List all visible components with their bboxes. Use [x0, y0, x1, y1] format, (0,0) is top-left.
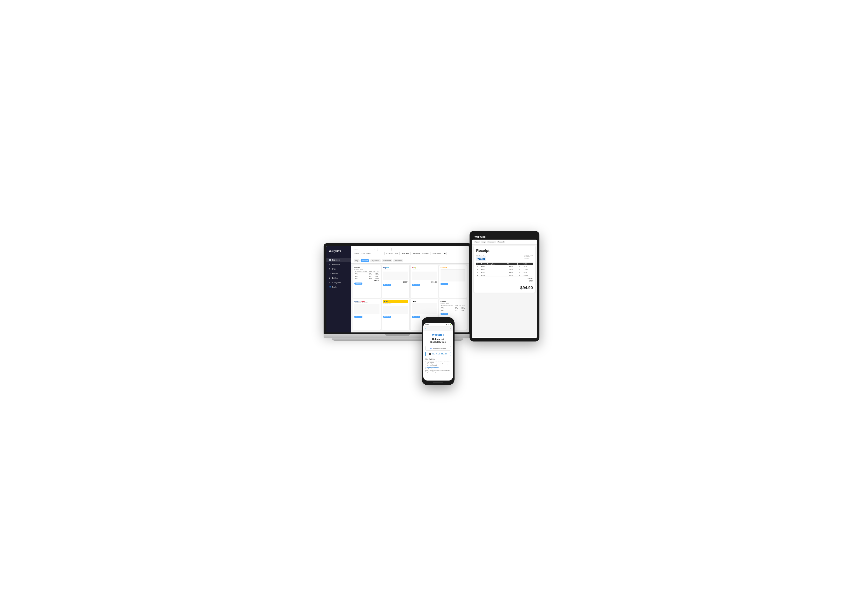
- col-product-desc: Product Description: [480, 262, 506, 265]
- from-label: From: [354, 248, 357, 250]
- phone-time: 10:10: [425, 324, 428, 325]
- item-qty: 1: [373, 277, 375, 279]
- card2-company: COMPANY NAME: [383, 269, 408, 270]
- tablet-filter-bar: Type Any Business Personal: [472, 240, 537, 245]
- sidebar-item-portals[interactable]: ⬡ Portals: [326, 271, 351, 276]
- item-total: $70.00: [375, 274, 379, 276]
- download-button-6[interactable]: Download: [383, 316, 391, 317]
- sidebar-label-expenses: Expenses: [332, 259, 340, 261]
- card1-header: Receipt: [354, 267, 380, 268]
- item-price: $5.00: [369, 272, 373, 274]
- col-qty: QTY: [373, 270, 375, 272]
- receipt-subtotal: Subtotal Taxes Notes:: [476, 278, 533, 282]
- item-price: $5.00: [369, 276, 373, 277]
- filter-chip-type[interactable]: Type: [474, 241, 480, 243]
- receipt-meta: INVOICE TO Walm INVOICE DATE DUE DATE IN…: [476, 255, 533, 261]
- row-price: $10.00: [506, 268, 516, 271]
- phone-content: WellyBox Get startedabsolutely free. G S…: [423, 331, 453, 375]
- col-desc: PRODUCT DESCRIPTION: [441, 305, 455, 306]
- card5-tagline: ADVERTISING SPACE HERE: [354, 302, 380, 303]
- search-icon: 🔍: [425, 328, 427, 329]
- invoice-date-label: INVOICE DATE: [524, 255, 533, 256]
- laptop-notch: [385, 334, 410, 336]
- col-total: TOTAL: [461, 305, 465, 306]
- tablet-device: WellyBox Type Any Business Personal Rece…: [469, 231, 539, 341]
- trust-body: We have 60,000 users from all over the w…: [425, 370, 451, 372]
- signup-office-label: Sign Up with Office 365: [432, 353, 447, 355]
- phone-status-icons: ▲ ▲ 🔋: [446, 324, 451, 325]
- download-button-2[interactable]: Download: [383, 284, 391, 286]
- type-any[interactable]: Any: [394, 252, 400, 255]
- receipt-grand-total: $94.90: [476, 284, 533, 290]
- row-desc: Item 3: [480, 271, 506, 274]
- sidebar-item-profile[interactable]: 👤 Profile: [326, 285, 351, 289]
- sidebar-item-sync[interactable]: ↻ Sync: [326, 267, 351, 271]
- download-button-7[interactable]: Download: [412, 316, 420, 318]
- due-date-label: DUE DATE: [524, 256, 533, 258]
- from-date-input[interactable]: [359, 248, 373, 251]
- tab-any[interactable]: Any: [354, 259, 360, 262]
- type-business[interactable]: Business: [401, 252, 410, 255]
- receipt-card-1: Receipt COMPANY NAME PRODUCT DESCRIPTION…: [353, 265, 381, 298]
- row-num: 4: [476, 274, 480, 277]
- type-personal[interactable]: Personal: [412, 252, 421, 255]
- check-icon-2: ✓: [425, 363, 426, 365]
- col-qty: QTY: [458, 305, 461, 306]
- item-total: $15.00: [375, 277, 379, 279]
- card2-logo: PayPal: [383, 267, 408, 269]
- to-date-input[interactable]: [377, 248, 392, 251]
- menu-icon: ≡: [450, 328, 451, 329]
- sidebar-item-expenses[interactable]: 🧾 Expenses: [326, 258, 351, 262]
- col-price: Price: [506, 262, 516, 265]
- table-row: Item 1 $5.00 1 $4.90: [354, 272, 380, 274]
- receipt-card-5: Booking.com ADVERTISING SPACE HERE Downl…: [353, 299, 381, 330]
- row-desc: Item 1: [480, 265, 506, 268]
- taxes-row: Taxes: [476, 280, 533, 281]
- item-total: $5.00: [461, 306, 465, 308]
- tab-published[interactable]: Published: [382, 259, 392, 262]
- item-price: $15.00: [369, 277, 373, 279]
- signup-google-button[interactable]: G Sign Up with Google: [425, 346, 451, 350]
- receipt-detail: Receipt INVOICE TO Walm INVOICE DATE DUE…: [474, 246, 535, 292]
- sidebar-item-entities[interactable]: ◼ Entities: [326, 276, 351, 280]
- tab-in-process[interactable]: In process: [370, 259, 381, 262]
- invoice-to-label: INVOICE TO: [476, 255, 486, 256]
- entities-icon: ◼: [329, 277, 331, 279]
- categories-icon: ⊞: [329, 281, 331, 284]
- sidebar-label-categories: Categories: [332, 281, 341, 284]
- download-button-4[interactable]: Download: [441, 283, 449, 285]
- vendor-input[interactable]: [360, 252, 384, 255]
- row-num: 2: [476, 268, 480, 271]
- sidebar-item-categories[interactable]: ⊞ Categories: [326, 280, 351, 285]
- signup-office-button[interactable]: ⬛ Sign Up with Office 365: [425, 352, 451, 356]
- app-sidebar: WellyBox 🧾 Expenses ✓ Accounts ↻ Sync: [326, 246, 351, 332]
- table-row: Item 3 $5.00 1 $5.00: [354, 276, 380, 277]
- category-select[interactable]: Select One: [430, 252, 447, 255]
- card1-table: PRODUCT DESCRIPTION PRICE QTY TOTAL Item…: [354, 270, 380, 279]
- filter-chip-business[interactable]: Business: [487, 241, 496, 243]
- card2-content-placeholder: [383, 272, 408, 280]
- card3-logo: ebay: [412, 267, 437, 269]
- filter-chip-any[interactable]: Any: [481, 241, 486, 243]
- col-price: PRICE: [369, 270, 373, 272]
- office-logo: ⬛: [429, 353, 431, 355]
- download-button-1[interactable]: Download: [354, 283, 362, 284]
- trust-link[interactable]: Trusted By Thousands: [425, 366, 451, 368]
- sidebar-item-accounts[interactable]: ✓ Accounts: [326, 262, 351, 267]
- phone-device: 10:10 ▲ ▲ 🔋 🔍 ≡ WellyBox Get startedabso…: [422, 317, 455, 385]
- row-qty: 1: [516, 265, 523, 268]
- tab-irrelevant[interactable]: Irrelevant: [393, 259, 403, 262]
- trust-sub: And still counting: [425, 368, 451, 369]
- filter-chip-personal[interactable]: Personal: [497, 241, 505, 243]
- download-button-8[interactable]: Download: [441, 313, 449, 315]
- status-tabs: Any Review In process Published Irreleva…: [351, 258, 469, 264]
- why-section: Why WellyBox ✓ Automatically finds all r…: [425, 358, 451, 372]
- vendor-label: Vendor: [354, 253, 359, 255]
- card4-content-placeholder: [441, 270, 466, 281]
- sync-icon: ↻: [329, 268, 331, 270]
- download-button-5[interactable]: Download: [354, 316, 362, 318]
- tab-review[interactable]: Review: [361, 259, 369, 262]
- card6-content-placeholder: [383, 306, 408, 314]
- row-num: 1: [476, 265, 480, 268]
- download-button-3[interactable]: Download: [412, 284, 420, 286]
